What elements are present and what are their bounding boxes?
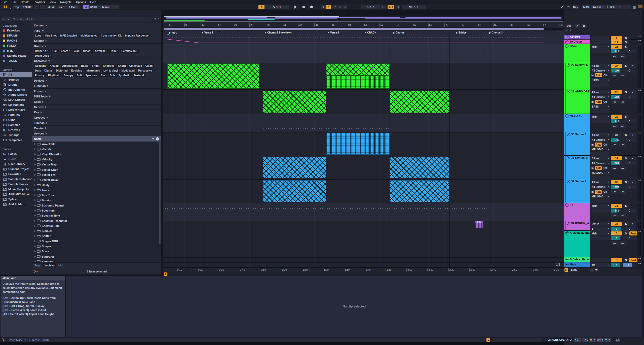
send-b-field[interactable]: -∞ — [619, 190, 626, 194]
filter-tag[interactable]: Synthetic — [117, 73, 131, 77]
filter-tag[interactable]: Snare> — [60, 49, 71, 53]
filter-group-function[interactable]: Function — [32, 83, 161, 88]
group-icon[interactable]: ≡ — [565, 36, 569, 39]
routing-select[interactable] — [591, 176, 610, 180]
collection-item[interactable]: TOOLS — [0, 58, 32, 63]
device-item[interactable]: Spectrum — [32, 208, 161, 213]
browser-scrollbar[interactable] — [159, 139, 161, 244]
monitor-switch[interactable]: InAutoOff — [591, 166, 610, 170]
redo-arrow-icon[interactable]: → — [569, 28, 572, 32]
tempo-field[interactable]: 126.00 — [21, 5, 33, 9]
arm-button[interactable]: ● — [629, 133, 636, 137]
play-icon[interactable]: ▶ — [565, 258, 569, 261]
monitor-switch[interactable]: InAutoOff — [591, 73, 610, 77]
volume-field[interactable]: -3.0 — [611, 161, 622, 165]
bar-number[interactable]: 9 — [184, 23, 187, 27]
monitor-auto[interactable]: Auto — [595, 190, 602, 194]
monitor-auto[interactable]: Auto — [595, 166, 602, 170]
track-number-box[interactable]: 29 — [611, 115, 622, 119]
bar-number[interactable]: 5 — [168, 23, 171, 27]
zoom-factor-field[interactable]: 1.00x — [569, 268, 579, 272]
play-icon[interactable]: ▶ — [565, 231, 569, 234]
device-item[interactable]: Vector Map — [32, 162, 161, 167]
pan-field[interactable]: C — [623, 161, 636, 165]
bar-number[interactable]: 73 — [444, 23, 448, 27]
filter-tag[interactable]: Rhythmic — [47, 73, 61, 77]
filter-tag[interactable]: Bright — [90, 64, 101, 68]
filter-group-tunings[interactable]: Tunings — [32, 120, 161, 125]
filter-expand-icon[interactable] — [45, 127, 47, 129]
filter-tag[interactable]: Cinematic — [128, 64, 143, 68]
device-item[interactable]: Tension — [32, 198, 161, 203]
scene-marker-verse-1[interactable]: Verse 1 — [202, 31, 213, 34]
more-options-icon[interactable]: ••• — [156, 137, 159, 141]
filter-group-midi-tools[interactable]: MIDI Tools — [32, 94, 161, 99]
filter-expand-icon[interactable] — [46, 122, 47, 124]
solo-button[interactable]: S — [623, 115, 629, 119]
expand-arrow-icon[interactable] — [34, 215, 36, 217]
volume-field[interactable]: -14.0 — [611, 119, 622, 123]
key-map-button[interactable]: Key — [572, 5, 579, 9]
track-number-box[interactable]: 26 — [611, 45, 622, 49]
device-thumbnail[interactable] — [604, 338, 611, 342]
menu-item-create[interactable]: Create — [21, 1, 29, 4]
computer-midi-keyboard-icon[interactable] — [566, 5, 571, 9]
sort-caret-icon[interactable] — [152, 138, 154, 140]
waveform-zoom-icon[interactable] — [564, 268, 568, 272]
loop-brace[interactable] — [164, 28, 544, 30]
filter-group-devices[interactable]: Devices — [32, 78, 161, 83]
filter-tag[interactable]: Drum Loop> — [34, 54, 52, 58]
midi-clip[interactable] — [390, 180, 449, 202]
panel-menu-icon[interactable] — [638, 5, 642, 8]
time-label[interactable]: 0:10 — [176, 268, 182, 271]
expand-arrow-icon[interactable] — [34, 230, 36, 232]
sidebar-item-current-project[interactable]: Current Project — [0, 166, 32, 171]
send-b-field[interactable]: -∞ — [619, 241, 626, 245]
sidebar-item-tunings[interactable]: Tunings — [0, 132, 32, 137]
arrangement-position-field[interactable]: 5. 1. 1 — [265, 5, 289, 9]
send-a-field[interactable]: -∞ — [611, 143, 618, 147]
routing-select[interactable] — [591, 236, 610, 240]
solo-button[interactable]: S — [623, 231, 629, 235]
scene-marker-intro[interactable]: Intro — [169, 31, 177, 34]
track-header-b-delay-echo[interactable]: ▶B Delay | EchoBSPost — [564, 257, 644, 262]
sidebar-item-sounds[interactable]: ♫Sounds — [0, 77, 32, 82]
arm-button[interactable]: ● — [629, 180, 636, 184]
bar-number[interactable]: 37 — [298, 23, 302, 27]
midi-clip[interactable] — [326, 133, 390, 155]
send-b-field[interactable]: -∞ — [619, 54, 626, 58]
filter-tag[interactable]: Distorted — [55, 68, 69, 73]
track-header-27-reaktor-6[interactable]: ▼27 Reaktor 6All InsAll ChanneInAutoOffB… — [564, 63, 644, 89]
loop-button[interactable] — [388, 5, 394, 9]
track-name[interactable]: ▶B Delay | Echo — [564, 257, 590, 262]
routing-select[interactable]: All Channe — [591, 185, 610, 189]
collection-item[interactable]: DRUMS — [0, 33, 32, 38]
expand-device-icon[interactable] — [546, 339, 547, 341]
filter-tag[interactable]: Kick — [51, 49, 59, 53]
expand-arrow-icon[interactable] — [34, 225, 36, 227]
midi-clip[interactable] — [390, 91, 449, 113]
time-label[interactable]: 0:20 — [197, 268, 203, 271]
sidebar-item-add-folder-[interactable]: Add Folder... — [0, 202, 32, 207]
monitor-in[interactable]: In — [591, 143, 594, 147]
scale-name-menu[interactable]: Minor — [101, 5, 119, 9]
track-name[interactable]: ▶Main — [564, 262, 590, 267]
warning-icon[interactable]: ▲ — [486, 338, 490, 342]
midi-clip[interactable] — [326, 76, 390, 89]
routing-select[interactable] — [591, 109, 610, 113]
monitor-off[interactable]: Off — [603, 100, 608, 104]
menu-item-help[interactable]: Help — [90, 1, 96, 4]
filter-tag[interactable]: MPE Enabled — [59, 33, 78, 38]
arrangement-overview[interactable] — [163, 16, 563, 22]
expand-arrow-icon[interactable] — [34, 235, 36, 237]
device-item[interactable]: Scale — [32, 249, 161, 254]
solo-button[interactable]: S — [623, 204, 629, 208]
tap-tempo-button[interactable]: Tap — [13, 5, 21, 9]
device-item[interactable]: Spectral Resonator — [32, 218, 161, 223]
track-number-box[interactable]: A — [611, 231, 622, 235]
filter-tag[interactable]: Construction Kit — [100, 33, 123, 38]
pan-field[interactable]: C — [623, 236, 636, 240]
expand-arrow-icon[interactable] — [34, 184, 36, 186]
expand-arrow-icon[interactable] — [34, 179, 36, 181]
menu-item-options[interactable]: Options — [76, 1, 86, 4]
